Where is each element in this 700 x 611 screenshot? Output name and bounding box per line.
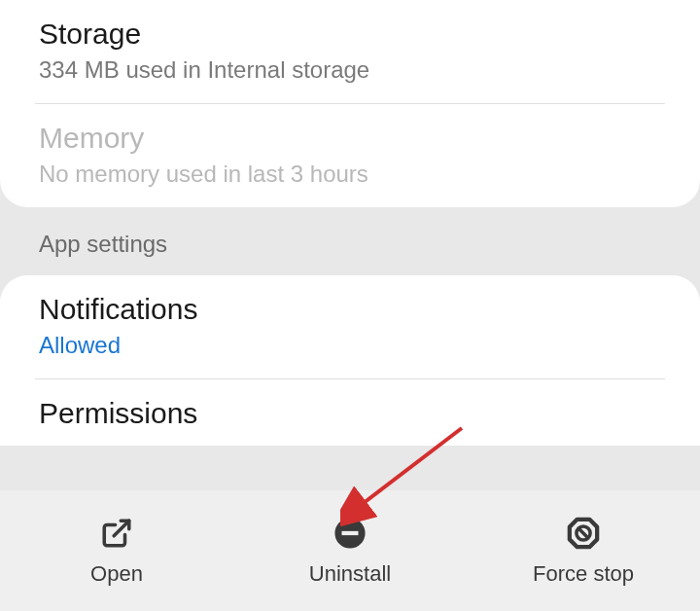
notifications-status: Allowed [39, 332, 661, 359]
svg-line-5 [578, 528, 588, 538]
uninstall-icon [332, 515, 368, 552]
storage-item[interactable]: Storage 334 MB used in Internal storage [0, 0, 700, 103]
memory-title: Memory [39, 122, 661, 155]
svg-line-0 [114, 521, 129, 536]
memory-subtitle: No memory used in last 3 hours [39, 161, 661, 188]
bottom-action-bar: Open Uninstall Force stop [0, 490, 700, 611]
permissions-item[interactable]: Permissions [0, 379, 700, 446]
svg-rect-2 [342, 531, 359, 535]
open-icon [98, 515, 135, 552]
section-header-app-settings: App settings [0, 207, 700, 275]
open-button[interactable]: Open [0, 515, 233, 587]
notifications-item[interactable]: Notifications Allowed [0, 275, 700, 378]
memory-item: Memory No memory used in last 3 hours [0, 104, 700, 207]
usage-card: Storage 334 MB used in Internal storage … [0, 0, 700, 207]
storage-subtitle: 334 MB used in Internal storage [39, 56, 661, 84]
app-settings-card: Notifications Allowed Permissions [0, 275, 700, 446]
uninstall-button[interactable]: Uninstall [233, 515, 467, 587]
storage-title: Storage [39, 18, 661, 51]
permissions-title: Permissions [39, 397, 661, 430]
open-label: Open [90, 561, 143, 587]
notifications-title: Notifications [39, 293, 661, 326]
force-stop-label: Force stop [533, 561, 634, 587]
force-stop-button[interactable]: Force stop [467, 515, 700, 587]
force-stop-icon [565, 515, 602, 552]
uninstall-label: Uninstall [309, 561, 391, 587]
